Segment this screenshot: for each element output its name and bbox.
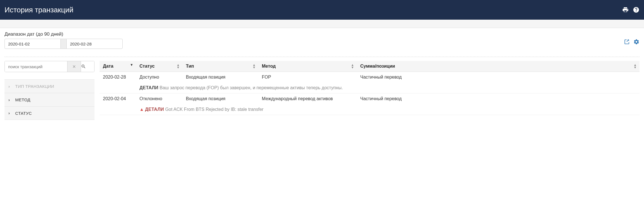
cell-status: Отклонено bbox=[136, 93, 183, 104]
table-actions bbox=[624, 39, 640, 45]
cell-type: Входящая позиция bbox=[183, 93, 258, 104]
table-row[interactable]: 2020-02-04ОтклоненоВходящая позицияМежду… bbox=[100, 93, 640, 104]
details-cell: ДЕТАЛИ Ваш запрос перевода (FOP) был зав… bbox=[136, 83, 640, 93]
date-range-label: Диапазон дат (до 90 дней) bbox=[4, 31, 640, 37]
col-method-label: Метод bbox=[262, 64, 276, 68]
date-range-inputs bbox=[4, 39, 123, 49]
table-row-details: ▲ДЕТАЛИ Got ACK From BTS Rejected by IB:… bbox=[100, 104, 640, 115]
transactions-table: Дата ▼ Статус ▲▼ Тип ▲▼ Метод ▲▼ bbox=[100, 61, 640, 115]
cell-date: 2020-02-04 bbox=[100, 93, 136, 104]
settings-icon[interactable] bbox=[633, 39, 640, 45]
col-amount[interactable]: Сумма/позиции ▲▼ bbox=[357, 61, 640, 72]
col-date-label: Дата bbox=[103, 64, 113, 68]
details-label: ДЕТАЛИ bbox=[145, 107, 164, 112]
cell-date: 2020-02-28 bbox=[100, 72, 136, 83]
page-header: История транзакций bbox=[0, 0, 644, 20]
col-date[interactable]: Дата ▼ bbox=[100, 61, 136, 72]
filter-label: ТИП ТРАНЗАКЦИИ bbox=[15, 84, 54, 89]
col-method[interactable]: Метод ▲▼ bbox=[258, 61, 357, 72]
col-status-label: Статус bbox=[139, 64, 155, 68]
cell-amount: Частичный перевод bbox=[357, 93, 640, 104]
date-from-input[interactable] bbox=[4, 39, 61, 49]
sub-header-bar bbox=[0, 20, 644, 28]
header-actions bbox=[622, 6, 640, 13]
cell-type: Входящая позиция bbox=[183, 72, 258, 83]
chevron-right-icon: › bbox=[8, 84, 11, 89]
filter-label: МЕТОД bbox=[15, 97, 30, 102]
help-icon[interactable] bbox=[633, 6, 640, 13]
filter-method[interactable]: › МЕТОД bbox=[4, 93, 94, 106]
details-cell: ▲ДЕТАЛИ Got ACK From BTS Rejected by IB:… bbox=[136, 104, 640, 115]
page-title: История транзакций bbox=[4, 6, 73, 14]
chevron-right-icon: › bbox=[8, 111, 11, 115]
filter-label: СТАТУС bbox=[15, 111, 32, 116]
export-icon[interactable] bbox=[624, 39, 630, 45]
filter-panel: › ТИП ТРАНЗАКЦИИ › МЕТОД › СТАТУС bbox=[4, 79, 94, 120]
print-icon[interactable] bbox=[622, 6, 629, 13]
col-status[interactable]: Статус ▲▼ bbox=[136, 61, 183, 72]
sort-icon: ▲▼ bbox=[253, 64, 256, 69]
details-text: Ваш запрос перевода (FOP) был завершен, … bbox=[160, 85, 343, 90]
sort-icon: ▲▼ bbox=[177, 64, 180, 69]
search-group: × bbox=[4, 61, 94, 72]
cell-amount: Частичный перевод bbox=[357, 72, 640, 83]
details-label: ДЕТАЛИ bbox=[139, 85, 158, 90]
details-text: Got ACK From BTS Rejected by IB: stale t… bbox=[165, 107, 263, 112]
warning-icon: ▲ bbox=[139, 107, 144, 112]
col-type[interactable]: Тип ▲▼ bbox=[183, 61, 258, 72]
table-row[interactable]: 2020-02-28ДоступноВходящая позицияFOPЧас… bbox=[100, 72, 640, 83]
filter-transaction-type: › ТИП ТРАНЗАКЦИИ bbox=[4, 79, 94, 93]
search-input[interactable] bbox=[5, 61, 67, 72]
cell-method: Международный перевод активов bbox=[258, 93, 357, 104]
search-clear-button[interactable]: × bbox=[67, 61, 81, 72]
cell-method: FOP bbox=[258, 72, 357, 83]
chevron-right-icon: › bbox=[8, 98, 11, 102]
date-separator bbox=[61, 39, 66, 49]
sort-desc-icon: ▼ bbox=[130, 64, 133, 66]
filter-status[interactable]: › СТАТУС bbox=[4, 106, 94, 120]
col-type-label: Тип bbox=[186, 64, 194, 68]
sort-icon: ▲▼ bbox=[634, 64, 637, 69]
divider bbox=[4, 57, 640, 57]
table-row-details: ДЕТАЛИ Ваш запрос перевода (FOP) был зав… bbox=[100, 83, 640, 93]
sort-icon: ▲▼ bbox=[351, 64, 354, 69]
date-to-input[interactable] bbox=[66, 39, 123, 49]
search-button[interactable] bbox=[81, 61, 94, 72]
col-amount-label: Сумма/позиции bbox=[360, 64, 395, 68]
cell-status: Доступно bbox=[136, 72, 183, 83]
